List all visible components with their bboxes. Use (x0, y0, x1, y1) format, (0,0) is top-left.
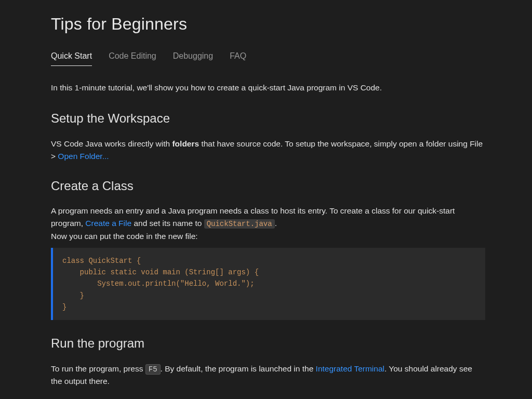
quickstart-filename: QuickStart.java (204, 219, 275, 229)
create-paragraph: A program needs an entry and a Java prog… (51, 205, 485, 243)
page-title: Tips for Beginners (51, 11, 485, 37)
tab-debugging[interactable]: Debugging (173, 50, 213, 66)
tab-quick-start[interactable]: Quick Start (51, 50, 92, 66)
heading-setup: Setup the Workspace (51, 109, 485, 128)
create-file-link[interactable]: Create a File (85, 219, 131, 228)
setup-bold: folders (172, 139, 199, 148)
integrated-terminal-link[interactable]: Integrated Terminal (316, 364, 384, 373)
code-block-quickstart: class QuickStart { public static void ma… (51, 248, 485, 321)
key-f5-run: F5 (145, 364, 161, 375)
create-text-p2: Now you can put the code in the new file… (51, 232, 198, 241)
run-text-b: . By default, the program is launched in… (161, 364, 316, 373)
run-paragraph: To run the program, press F5. By default… (51, 363, 485, 388)
setup-text-a: VS Code Java works directly with (51, 139, 172, 148)
setup-paragraph: VS Code Java works directly with folders… (51, 138, 485, 163)
code-content: class QuickStart { public static void ma… (62, 257, 259, 312)
tab-faq[interactable]: FAQ (230, 50, 246, 66)
run-text-a: To run the program, press (51, 364, 145, 373)
heading-run: Run the program (51, 334, 485, 353)
heading-create: Create a Class (51, 176, 485, 195)
tips-page: Tips for Beginners Quick Start Code Edit… (0, 0, 532, 399)
create-text-b: and set its name to (131, 219, 204, 228)
tabs: Quick Start Code Editing Debugging FAQ (51, 50, 485, 66)
open-folder-link[interactable]: Open Folder... (58, 152, 109, 161)
intro-text: In this 1-minute tutorial, we'll show yo… (51, 82, 485, 94)
tab-code-editing[interactable]: Code Editing (109, 50, 156, 66)
create-text-c: . (275, 219, 277, 228)
